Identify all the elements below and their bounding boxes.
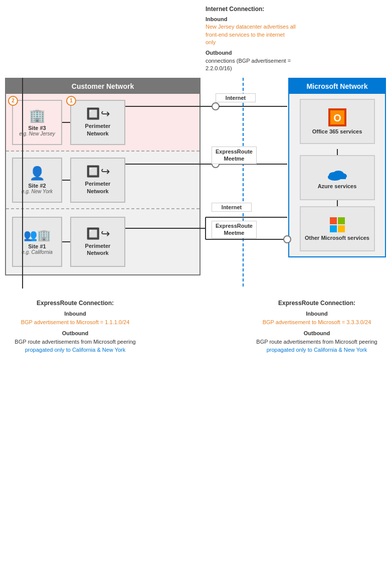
perimeter-1-box: 🔲 ↪ PerimeterNetwork (70, 217, 125, 267)
internet-label-row3: Internet (216, 93, 256, 102)
badge-2: 2 (8, 96, 18, 106)
microsoft-network: Microsoft Network O Office 365 services (288, 78, 386, 257)
svg-text:O: O (333, 112, 341, 123)
outbound-label: Outbound (206, 49, 296, 57)
perim3-label: PerimeterNetwork (85, 122, 111, 137)
site-3-label: Site #3 (28, 125, 46, 131)
svg-rect-11 (338, 225, 345, 232)
azure-box: Azure services (300, 155, 375, 200)
internet-label-row1: Internet (212, 203, 252, 212)
ms-icon (329, 217, 345, 233)
customer-row-1: 👥🏢 Site #1 e.g. California 🔲 ↪ Perimeter… (6, 209, 200, 274)
office365-box: O Office 365 services (300, 99, 375, 144)
site1-to-perim-line (62, 241, 70, 242)
other-ms-box: Other Microsoft services (300, 206, 375, 251)
site-3-icon: 🏢 (29, 108, 45, 123)
outbound-text: connections (BGP advertisement = 2.2.0.0… (206, 58, 291, 71)
site-3-sublabel: e.g. New Jersey (19, 131, 55, 136)
svg-point-14 (212, 103, 219, 110)
bottom-left-inbound-label: Inbound (10, 310, 140, 318)
badge-1: 1 (66, 96, 76, 106)
customer-network-header: Customer Network (6, 79, 200, 94)
top-annotation: Internet Connection: Inbound New Jersey … (206, 5, 296, 73)
bottom-left-outbound-normal: BGP route advertisements from Microsoft … (15, 339, 135, 345)
bottom-right-outbound-blue: propagated only to California & New York (267, 347, 367, 353)
inbound-label: Inbound (206, 16, 296, 23)
svg-rect-8 (330, 217, 337, 224)
bottom-right-inbound-text: BGP advertisement to Microsoft = 3.3.3.0… (263, 319, 371, 325)
perim3-icon1: 🔲 (86, 107, 100, 120)
bottom-right-outbound-normal: BGP route advertisements from Microsoft … (256, 339, 377, 345)
site-2-sublabel: e.g. New York (22, 189, 53, 194)
perim2-icons: 🔲 ↪ (86, 165, 110, 178)
svg-rect-7 (329, 176, 346, 179)
bottom-right-annotation: ExpressRoute Connection: Inbound BGP adv… (247, 296, 387, 357)
o365-icon: O (328, 108, 346, 126)
bottom-right-outbound-label: Outbound (252, 329, 382, 338)
customer-row-3: 2 🏢 Site #3 e.g. New Jersey 1 🔲 ↪ Perime… (6, 94, 200, 152)
svg-rect-10 (330, 225, 337, 232)
expressroute-label-row1: ExpressRouteMeetme (212, 221, 257, 238)
bottom-left-inbound-text: BGP advertisement to Microsoft = 1.1.1.0… (21, 319, 130, 325)
perim2-icon2: ↪ (101, 165, 110, 178)
site-2-label: Site #2 (28, 183, 46, 189)
site-2-icon: 👤 (29, 166, 45, 181)
perim1-icons: 🔲 ↪ (86, 227, 110, 240)
perim1-icon2: ↪ (101, 227, 110, 240)
site3-to-perim-line (62, 122, 70, 123)
o365-azure-line (337, 149, 338, 155)
site2-to-perim-line (62, 180, 70, 181)
perim2-label: PerimeterNetwork (85, 180, 111, 195)
bottom-left-annotation: ExpressRoute Connection: Inbound BGP adv… (5, 296, 145, 357)
perim3-icons: 🔲 ↪ (86, 107, 110, 120)
perim1-icon1: 🔲 (86, 227, 100, 240)
azure-ms-line (337, 200, 338, 206)
bottom-left-title: ExpressRoute Connection: (10, 299, 140, 308)
customer-row-2: 👤 Site #2 e.g. New York 🔲 ↪ PerimeterNet… (6, 152, 200, 209)
site-3-box: 2 🏢 Site #3 e.g. New Jersey (12, 100, 62, 145)
perimeter-3-box: 1 🔲 ↪ PerimeterNetwork (70, 100, 125, 145)
inbound-text: New Jersey datacenter advertises all fro… (206, 24, 296, 45)
customer-network: Customer Network 2 🏢 Site #3 e.g. New Je… (5, 78, 201, 275)
expressroute-label-row2: ExpressRouteMeetme (212, 147, 257, 164)
o365-label: Office 365 services (312, 128, 362, 134)
perim3-icon2: ↪ (101, 107, 110, 120)
bottom-left-outbound-blue: propagated only to California & New York (25, 347, 126, 353)
bottom-annotations: ExpressRoute Connection: Inbound BGP adv… (5, 296, 387, 357)
internet-connection-title: Internet Connection: (206, 5, 296, 14)
svg-rect-9 (338, 217, 345, 224)
microsoft-network-header: Microsoft Network (289, 79, 385, 94)
site-1-sublabel: e.g. California (22, 249, 53, 255)
site-1-icon: 👥🏢 (24, 229, 51, 242)
bottom-right-inbound-label: Inbound (252, 310, 382, 318)
perim1-label: PerimeterNetwork (85, 242, 111, 257)
other-ms-label: Other Microsoft services (305, 235, 369, 241)
perim2-icon1: 🔲 (86, 165, 100, 178)
site-1-box: 👥🏢 Site #1 e.g. California (12, 217, 62, 267)
perimeter-2-box: 🔲 ↪ PerimeterNetwork (70, 158, 125, 203)
azure-label: Azure services (318, 183, 357, 189)
azure-icon (327, 166, 347, 181)
bottom-right-title: ExpressRoute Connection: (252, 299, 382, 308)
bottom-left-outbound-label: Outbound (10, 329, 140, 338)
site-2-box: 👤 Site #2 e.g. New York (12, 158, 62, 203)
site-1-label: Site #1 (28, 243, 46, 249)
